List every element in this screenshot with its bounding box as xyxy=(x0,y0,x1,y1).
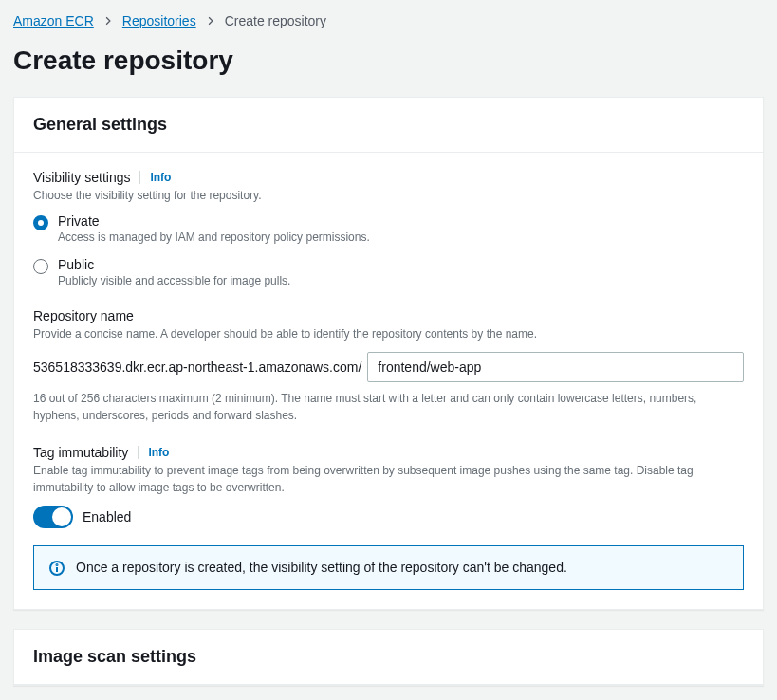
svg-point-2 xyxy=(57,564,58,565)
radio-icon xyxy=(33,215,48,230)
tag-immutability-label: Tag immutability xyxy=(33,445,128,460)
radio-public-description: Publicly visible and accessible for imag… xyxy=(58,274,290,287)
breadcrumb-link-repositories[interactable]: Repositories xyxy=(122,13,196,28)
visibility-alert: Once a repository is created, the visibi… xyxy=(33,545,744,590)
chevron-right-icon xyxy=(206,16,215,26)
repository-name-description: Provide a concise name. A developer shou… xyxy=(33,325,744,342)
visibility-info-link[interactable]: Info xyxy=(139,171,171,184)
radio-private[interactable]: Private Access is managed by IAM and rep… xyxy=(33,213,744,244)
breadcrumb: Amazon ECR Repositories Create repositor… xyxy=(13,13,764,28)
info-icon xyxy=(49,561,65,576)
tag-immutability-toggle[interactable] xyxy=(33,506,73,528)
alert-text: Once a repository is created, the visibi… xyxy=(76,560,567,575)
breadcrumb-current: Create repository xyxy=(225,13,326,28)
image-scan-settings-panel: Image scan settings xyxy=(13,629,764,686)
repository-name-field: Repository name Provide a concise name. … xyxy=(33,308,744,424)
tag-immutability-description: Enable tag immutability to prevent image… xyxy=(33,462,744,496)
radio-private-description: Access is managed by IAM and repository … xyxy=(58,230,370,244)
panel-header: Image scan settings xyxy=(14,630,763,685)
toggle-handle-icon xyxy=(52,507,71,526)
repository-name-input[interactable] xyxy=(367,352,744,382)
repository-uri-prefix: 536518333639.dkr.ecr.ap-northeast-1.amaz… xyxy=(33,359,361,375)
panel-header: General settings xyxy=(14,98,763,153)
radio-public-label: Public xyxy=(58,257,290,272)
visibility-field: Visibility settings Info Choose the visi… xyxy=(33,170,744,287)
radio-icon xyxy=(33,259,48,274)
radio-public[interactable]: Public Publicly visible and accessible f… xyxy=(33,257,744,287)
page-title: Create repository xyxy=(13,46,764,76)
general-settings-panel: General settings Visibility settings Inf… xyxy=(13,97,764,610)
breadcrumb-link-ecr[interactable]: Amazon ECR xyxy=(13,13,94,28)
tag-immutability-field: Tag immutability Info Enable tag immutab… xyxy=(33,445,744,590)
panel-title: General settings xyxy=(33,115,744,135)
chevron-right-icon xyxy=(103,16,113,26)
tag-immutability-info-link[interactable]: Info xyxy=(138,446,169,459)
panel-title: Image scan settings xyxy=(33,647,744,667)
repository-name-constraint: 16 out of 256 characters maximum (2 mini… xyxy=(33,390,744,424)
visibility-label: Visibility settings xyxy=(33,170,130,185)
visibility-description: Choose the visibility setting for the re… xyxy=(33,187,744,204)
radio-private-label: Private xyxy=(58,213,370,229)
repository-name-label: Repository name xyxy=(33,308,134,323)
tag-immutability-toggle-label: Enabled xyxy=(83,509,131,525)
